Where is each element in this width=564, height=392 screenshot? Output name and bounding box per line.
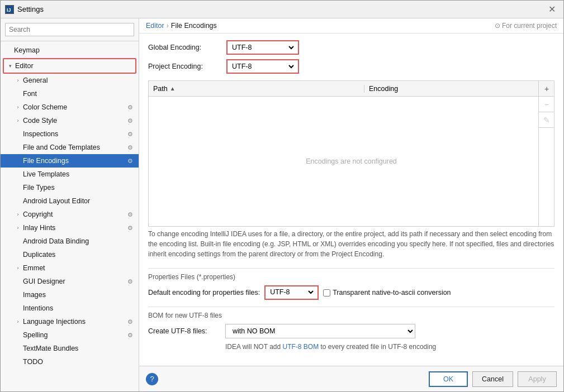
sidebar-item-label: TODO [23, 358, 43, 366]
expand-icon [14, 90, 22, 98]
sidebar-item-font[interactable]: Font [1, 87, 139, 101]
app-icon: IJ [5, 5, 14, 14]
transparent-checkbox-row: Transparent native-to-ascii conversion [323, 289, 451, 297]
sidebar-item-label: Inlay Hints [23, 224, 55, 232]
global-encoding-dropdown[interactable]: UTF-8 UTF-16 ISO-8859-1 [230, 43, 296, 52]
empty-message: Encodings are not configured [306, 157, 397, 165]
bottom-buttons: OK Cancel Apply [429, 371, 557, 387]
sidebar-item-label: Code Style [23, 117, 57, 125]
sidebar-item-todo[interactable]: TODO [1, 355, 139, 369]
sidebar-item-inlay-hints[interactable]: › Inlay Hints ⚙ [1, 221, 139, 235]
expand-icon [14, 345, 22, 352]
sidebar-item-general[interactable]: › General [1, 74, 139, 87]
properties-encoding-select[interactable]: UTF-8 UTF-16 ISO-8859-1 [264, 285, 319, 300]
settings-icon: ⚙ [127, 144, 135, 151]
sidebar-item-file-encodings[interactable]: File Encodings ⚙ [1, 154, 139, 168]
bottom-bar: ? OK Cancel Apply [139, 366, 563, 391]
sidebar-item-label: Language Injections [23, 318, 86, 326]
sidebar-item-label: Keymap [14, 46, 40, 54]
sidebar-item-live-templates[interactable]: Live Templates [1, 168, 139, 181]
settings-icon: ⚙ [127, 211, 135, 218]
transparent-checkbox[interactable] [323, 289, 330, 297]
expand-icon [14, 237, 22, 245]
search-input[interactable] [5, 23, 134, 36]
sidebar-item-code-style[interactable]: › Code Style ⚙ [1, 114, 139, 127]
settings-icon: ⚙ [127, 318, 135, 326]
bom-note-suffix: to every created file in UTF-8 encoding [319, 343, 436, 351]
cancel-button[interactable]: Cancel [472, 371, 513, 387]
sidebar-item-android-data-binding[interactable]: Android Data Binding [1, 235, 139, 248]
expand-icon [14, 157, 22, 165]
expand-icon [14, 358, 22, 366]
sidebar-item-label: Live Templates [23, 170, 69, 178]
expand-icon [14, 278, 22, 285]
apply-button[interactable]: Apply [518, 371, 557, 387]
section-separator-2 [148, 307, 554, 307]
sidebar-item-file-code-templates[interactable]: File and Code Templates ⚙ [1, 141, 139, 154]
help-button[interactable]: ? [146, 373, 158, 385]
sidebar-item-images[interactable]: Images [1, 288, 139, 302]
sidebar-item-label: General [23, 77, 48, 84]
settings-icon: ⚙ [127, 103, 135, 111]
sidebar-item-label: Emmet [23, 264, 45, 272]
settings-icon: ⚙ [127, 278, 135, 285]
breadcrumb-separator: › [167, 22, 169, 30]
sidebar-item-file-types[interactable]: File Types [1, 181, 139, 194]
add-path-button[interactable]: + [539, 81, 554, 97]
close-button[interactable]: ✕ [545, 3, 559, 16]
bom-section-title: BOM for new UTF-8 files [148, 312, 554, 319]
sidebar-item-emmet[interactable]: › Emmet [1, 261, 139, 275]
bom-note-prefix: IDEA will NOT add [225, 343, 282, 351]
bom-note: IDEA will NOT add UTF-8 BOM to every cre… [148, 343, 554, 351]
sidebar-item-inspections[interactable]: Inspections ⚙ [1, 127, 139, 141]
sidebar-item-copyright[interactable]: › Copyright ⚙ [1, 208, 139, 221]
sidebar-item-language-injections[interactable]: › Language Injections ⚙ [1, 315, 139, 328]
sidebar-item-duplicates[interactable]: Duplicates [1, 248, 139, 261]
bom-select[interactable]: with NO BOM with BOM [225, 324, 415, 338]
table-toolbar: + − ✎ [538, 81, 554, 226]
title-bar: IJ Settings ✕ [1, 1, 563, 18]
sidebar-item-label: Copyright [23, 211, 53, 218]
expand-icon [14, 144, 22, 151]
main-panel: Editor › File Encodings ⊙ For current pr… [139, 18, 563, 391]
sidebar-item-editor[interactable]: ▾ Editor [4, 59, 135, 73]
sidebar-item-label: File and Code Templates [23, 144, 100, 151]
breadcrumb-parent[interactable]: Editor [146, 22, 164, 30]
sidebar-item-label: TextMate Bundles [23, 345, 78, 352]
bom-link[interactable]: UTF-8 BOM [282, 343, 319, 351]
project-encoding-dropdown[interactable]: UTF-8 UTF-16 ISO-8859-1 [230, 62, 296, 71]
edit-path-button[interactable]: ✎ [539, 112, 554, 128]
sidebar-item-textmate-bundles[interactable]: TextMate Bundles [1, 342, 139, 355]
settings-icon: ⚙ [127, 224, 135, 232]
expand-icon [14, 291, 22, 299]
properties-encoding-dropdown[interactable]: UTF-8 UTF-16 ISO-8859-1 [268, 288, 315, 297]
search-box [1, 18, 139, 41]
properties-encoding-row: Default encoding for properties files: U… [148, 285, 554, 300]
expand-icon: › [14, 224, 22, 232]
ok-button[interactable]: OK [429, 371, 468, 387]
sidebar-item-intentions[interactable]: Intentions [1, 302, 139, 315]
expand-icon [14, 251, 22, 259]
sidebar-item-android-layout-editor[interactable]: Android Layout Editor [1, 194, 139, 208]
expand-icon: › [14, 103, 22, 111]
encoding-table: Path ▲ Encoding Encodings are not config… [149, 81, 554, 226]
sidebar-item-color-scheme[interactable]: › Color Scheme ⚙ [1, 101, 139, 114]
create-utf8-label: Create UTF-8 files: [148, 327, 221, 335]
sort-arrow[interactable]: ▲ [170, 85, 176, 92]
sidebar-item-keymap[interactable]: Keymap [1, 44, 139, 57]
content-area: Keymap ▾ Editor › General [1, 18, 563, 391]
col-path: Path ▲ [149, 85, 364, 93]
encoding-description: To change encoding IntelliJ IDEA uses fo… [148, 229, 554, 259]
project-encoding-select[interactable]: UTF-8 UTF-16 ISO-8859-1 [226, 59, 299, 74]
expand-icon [14, 130, 22, 138]
global-encoding-select[interactable]: UTF-8 UTF-16 ISO-8859-1 [226, 40, 299, 55]
expand-icon [14, 331, 22, 339]
settings-icon: ⚙ [127, 117, 135, 125]
sidebar-item-label: File Encodings [23, 157, 69, 165]
sidebar-item-gui-designer[interactable]: GUI Designer ⚙ [1, 275, 139, 288]
expand-icon: › [14, 264, 22, 272]
expand-icon [14, 197, 22, 205]
sidebar-item-spelling[interactable]: Spelling ⚙ [1, 328, 139, 342]
remove-path-button[interactable]: − [539, 97, 554, 112]
default-encoding-label: Default encoding for properties files: [148, 289, 260, 297]
